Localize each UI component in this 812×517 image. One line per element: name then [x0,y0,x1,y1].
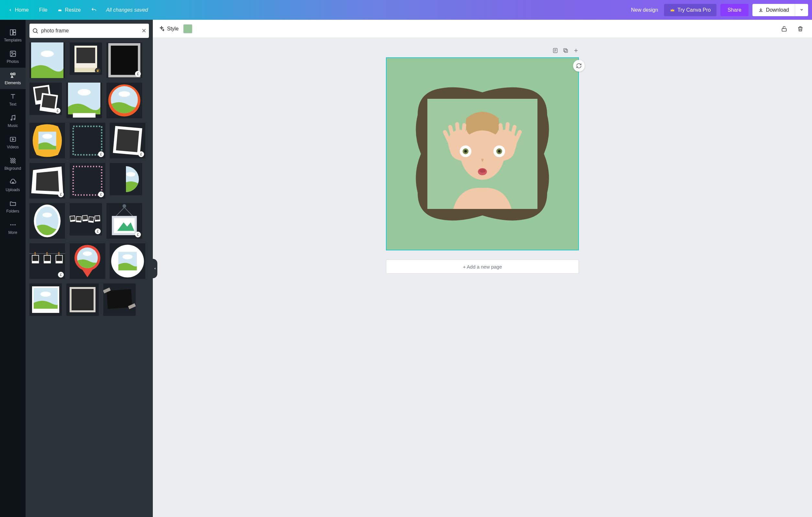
svg-point-13 [14,224,16,225]
search-input[interactable] [41,28,139,34]
add-page-label: + Add a new page [463,264,502,270]
delete-button[interactable] [794,23,806,35]
nav-videos-label: Videos [7,145,19,149]
nav-templates-label: Templates [4,38,22,43]
svg-rect-69 [58,252,60,255]
nav-background[interactable]: Bkground [0,153,26,174]
svg-point-31 [118,91,130,97]
svg-rect-51 [83,216,87,220]
nav-music-label: Music [8,124,18,128]
plus-icon [573,48,579,53]
file-menu[interactable]: File [35,4,52,16]
try-canva-pro-button[interactable]: Try Canva Pro [664,4,717,16]
collapse-panel-button[interactable] [153,259,157,278]
resize-button[interactable]: Resize [53,4,85,16]
frame-thumb-stamp-teal[interactable]: £ [69,123,105,158]
svg-point-12 [12,224,13,225]
folders-icon [9,200,17,207]
frame-thumb-circle-orange[interactable] [107,83,142,118]
frame-thumb-landscape-copy[interactable] [29,283,62,316]
nav-elements[interactable]: Elements [0,68,26,89]
more-icon [9,221,17,228]
elements-panel: ✕ ♛ £ £ [26,20,153,517]
frame-thumb-dark-gradient[interactable] [66,283,99,316]
editor-area: Style [153,20,812,517]
nav-videos[interactable]: Videos [0,132,26,153]
frame-thumb-landscape[interactable] [29,43,65,78]
photo-placeholder[interactable] [427,99,538,209]
photos-icon [9,50,17,57]
svg-point-27 [78,89,91,96]
frame-thumb-oval[interactable] [29,203,65,239]
nav-photos[interactable]: Photos [0,46,26,68]
frame-thumb-perspective-white[interactable]: £ [29,163,65,198]
undo-button[interactable] [86,4,102,16]
download-button[interactable]: Download [752,4,795,16]
svg-rect-85 [71,289,93,310]
home-button[interactable]: Home [4,4,33,16]
svg-point-5 [10,73,12,75]
canvas-color-swatch[interactable] [183,24,192,33]
frame-thumb-ornate-yellow[interactable] [29,123,65,158]
svg-rect-35 [73,126,102,155]
add-page-icon-button[interactable] [573,48,579,55]
left-nav-rail: Templates Photos Elements Text Music Vid… [0,20,26,517]
nav-folders[interactable]: Folders [0,196,26,217]
unlock-button[interactable] [778,23,790,35]
frame-thumb-pin-red[interactable] [69,243,105,279]
canvas-page[interactable] [386,57,579,250]
svg-rect-1 [13,30,15,32]
elements-icon [9,72,17,79]
style-button[interactable]: Style [158,26,179,32]
notes-icon [552,48,558,53]
frame-thumb-stacked-polaroids[interactable]: £ [29,83,62,115]
frame-thumb-stamp-pink[interactable]: £ [69,163,105,198]
svg-point-7 [11,119,12,120]
frame-thumb-polaroid-strip[interactable]: £ [69,203,102,236]
svg-rect-71 [56,255,62,261]
search-field-wrapper: ✕ [29,24,149,38]
regenerate-button[interactable] [573,60,585,72]
frame-thumb-polaroid[interactable]: ♛ [69,43,102,75]
page-notes-button[interactable] [552,48,558,55]
nav-templates[interactable]: Templates [0,25,26,46]
new-design-button[interactable]: New design [627,4,663,16]
nav-more[interactable]: More [0,217,26,239]
price-badge-icon: £ [95,228,101,234]
frame-thumb-landscape-caption[interactable] [66,83,102,118]
editor-toolbar: Style [153,20,812,38]
frame-thumb-clothesline[interactable]: £ [29,243,65,279]
frame-thumb-grey-border[interactable]: £ [107,43,142,78]
pro-badge-icon: ♛ [95,68,101,74]
svg-point-79 [123,254,133,259]
nav-uploads[interactable]: Uploads [0,174,26,196]
search-results-grid[interactable]: ♛ £ £ £ [29,43,149,513]
clear-search-button[interactable]: ✕ [142,27,146,34]
undo-icon [91,7,97,13]
svg-line-57 [116,207,125,217]
resize-label: Resize [65,7,81,13]
frame-thumb-hanging-picture[interactable]: £ [107,203,142,239]
frame-thumb-taped-photo[interactable] [103,283,136,316]
search-icon [32,28,38,34]
canvas-scroll-area[interactable]: + Add a new page [153,38,812,517]
nav-text[interactable]: Text [0,89,26,110]
svg-rect-66 [46,252,48,255]
frame-thumb-circle-white[interactable] [110,243,145,279]
frame-thumb-half-circle[interactable] [110,163,142,195]
nav-text-label: Text [9,102,16,107]
duplicate-page-button[interactable] [563,48,569,55]
nav-music[interactable]: Music [0,110,26,132]
price-badge-icon: £ [98,151,104,157]
download-menu-button[interactable] [795,4,808,16]
svg-rect-92 [564,49,567,52]
frame-thumb-tilted-white[interactable]: £ [110,123,145,158]
share-button[interactable]: Share [720,4,749,16]
svg-line-58 [124,207,134,217]
svg-point-112 [479,169,486,173]
new-design-label: New design [631,7,658,13]
chevron-left-icon [8,8,12,12]
photo-frame-element[interactable] [408,79,557,228]
price-badge-icon: £ [98,191,104,197]
add-new-page-button[interactable]: + Add a new page [386,260,579,274]
